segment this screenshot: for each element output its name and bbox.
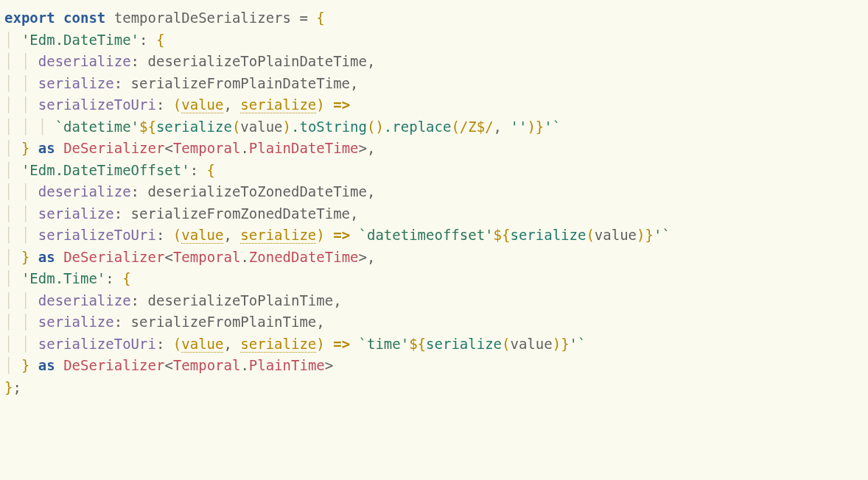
indent-guide: │ │ [4, 75, 38, 91]
comma-space: , [223, 336, 240, 352]
tmpl-close-brace: } [561, 336, 569, 352]
keyword-as: as [38, 140, 55, 156]
prop-deserialize: deserialize [38, 292, 131, 308]
type-temporal: Temporal [173, 140, 241, 156]
keyword-const: const [63, 10, 105, 26]
type-plain-dt: PlainDateTime [249, 140, 359, 156]
param-serialize: serialize [240, 336, 316, 352]
tmpl-prefix-dt: `datetime' [55, 119, 139, 135]
comma-space: , [494, 119, 511, 135]
keyword-as: as [38, 249, 55, 265]
arg-value: value [595, 227, 637, 243]
arg-value: value [240, 119, 282, 135]
paren-close: ) [316, 227, 324, 243]
paren-open: ( [451, 119, 459, 135]
param-value: value [181, 336, 223, 352]
paren-close: ) [527, 119, 535, 135]
indent-guide: │ │ │ [4, 119, 55, 135]
paren-close: ) [316, 336, 324, 352]
prop-serialize-to-uri: serializeToUri [38, 336, 156, 352]
type-deserializer: DeSerializer [63, 249, 164, 265]
fn-deserialize-plain-time: deserializeToPlainTime [148, 292, 334, 308]
angle-close: > [359, 140, 367, 156]
paren-open: ( [232, 119, 240, 135]
arrow: => [325, 96, 359, 113]
fn-deserialize-zoned: deserializeToZonedDateTime [148, 183, 367, 200]
fn-deserialize-plain-dt: deserializeToPlainDateTime [148, 53, 367, 69]
keyword-as: as [38, 357, 55, 373]
angle-close: > [359, 249, 367, 265]
fn-serialize-plain-time: serializeFromPlainTime [131, 314, 317, 330]
brace-open: { [316, 10, 324, 26]
indent-guide: │ │ [4, 205, 38, 222]
key-edm-datetime: 'Edm.DateTime' [21, 32, 139, 48]
dot: . [240, 357, 248, 373]
paren-open: ( [173, 336, 181, 352]
paren-open: ( [586, 227, 594, 243]
tmpl-close-brace: } [645, 227, 654, 243]
call-serialize: serialize [426, 336, 502, 352]
brace-close: } [21, 357, 29, 373]
indent-guide: │ │ [4, 227, 38, 243]
prop-deserialize: deserialize [38, 53, 131, 69]
paren-close: ) [553, 336, 561, 352]
angle-open: < [164, 249, 172, 265]
paren-close: ) [637, 227, 645, 243]
prop-serialize-to-uri: serializeToUri [38, 227, 156, 243]
angle-open: < [164, 140, 172, 156]
comma: , [367, 53, 375, 69]
comma: , [333, 292, 341, 308]
param-serialize: serialize [240, 227, 316, 243]
indent-guide: │ │ [4, 292, 38, 308]
indent-guide: │ │ [4, 336, 38, 352]
key-edm-dto: 'Edm.DateTimeOffset' [21, 162, 190, 178]
str-empty: '' [511, 119, 528, 135]
regex-z: /Z$/ [460, 119, 494, 135]
colon: : [156, 336, 173, 352]
tmpl-dollar-open: ${ [139, 119, 156, 135]
tmpl-dollar-open: ${ [409, 336, 426, 352]
tmpl-close-brace: } [536, 119, 544, 135]
brace-open: { [122, 270, 130, 286]
arrow: => [325, 227, 359, 243]
prop-deserialize: deserialize [38, 183, 131, 200]
fn-serialize-zoned: serializeFromZonedDateTime [131, 205, 350, 222]
indent-guide: │ [4, 32, 21, 48]
arrow: => [325, 336, 359, 352]
brace-close: } [21, 140, 29, 156]
colon: : [139, 32, 156, 48]
type-deserializer: DeSerializer [63, 140, 164, 156]
indent-guide: │ [4, 357, 21, 373]
brace-close: } [4, 379, 13, 395]
dot: . [291, 119, 299, 135]
colon: : [156, 96, 173, 113]
paren-close: ) [283, 119, 291, 135]
fn-serialize-plain-dt: serializeFromPlainDateTime [131, 75, 350, 91]
dot: . [240, 140, 248, 156]
colon: : [190, 162, 207, 178]
paren-close: ) [316, 96, 324, 113]
colon: : [131, 183, 148, 200]
paren-close: ) [375, 119, 383, 135]
colon: : [156, 227, 173, 243]
paren-open: ( [173, 227, 181, 243]
prop-serialize-to-uri: serializeToUri [38, 96, 156, 113]
tmpl-suffix-dt: '` [544, 119, 561, 135]
indent-guide: │ [4, 270, 21, 286]
indent-guide: │ [4, 140, 21, 156]
arg-value: value [510, 336, 552, 352]
code-block: export const temporalDeSerializers = { │… [0, 0, 868, 406]
type-temporal: Temporal [173, 357, 241, 373]
comma-space: , [223, 96, 240, 113]
call-serialize: serialize [156, 119, 232, 135]
key-edm-time: 'Edm.Time' [21, 270, 105, 286]
brace-close: } [21, 249, 29, 265]
prop-serialize: serialize [38, 75, 114, 91]
paren-open: ( [367, 119, 375, 135]
brace-open: { [207, 162, 215, 178]
tmpl-dollar-open: ${ [494, 227, 511, 243]
colon: : [114, 314, 131, 330]
colon: : [114, 205, 131, 222]
indent-guide: │ [4, 249, 21, 265]
comma: , [367, 183, 375, 200]
